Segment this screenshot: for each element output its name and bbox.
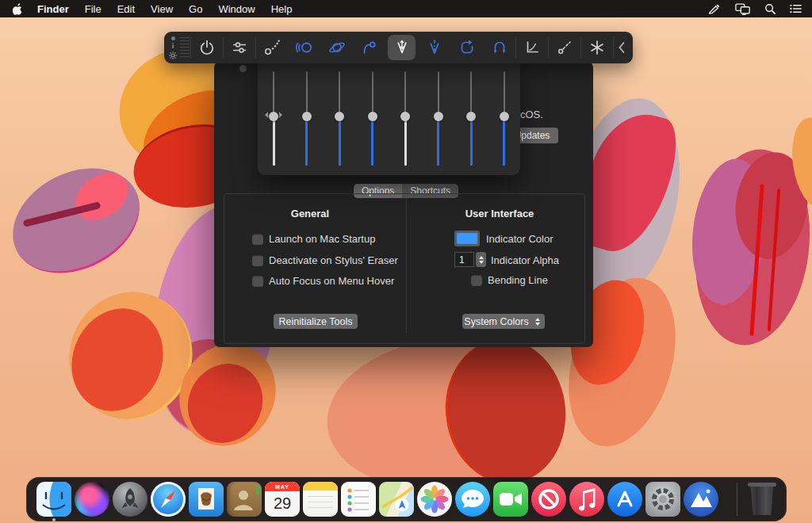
window-close-button[interactable]	[239, 65, 247, 72]
dock-item-calendar[interactable]: MAY 29	[265, 482, 300, 517]
checkbox-auto-focus[interactable]: Auto Focus on Menu Hover	[252, 275, 394, 287]
active-app-name[interactable]: Finder	[37, 3, 69, 15]
menu-list-icon[interactable]	[790, 3, 802, 14]
dock-item-maps[interactable]	[379, 482, 414, 517]
tool-arc-arrows[interactable]	[483, 32, 515, 63]
slider-arrow-left-icon	[262, 112, 268, 118]
tool-dashed-line[interactable]	[548, 32, 580, 63]
app-store-icon	[607, 482, 642, 517]
checkbox-box[interactable]	[252, 276, 263, 287]
slider-fill	[470, 116, 473, 166]
mail-icon	[189, 482, 224, 517]
tool-curve-node[interactable]	[353, 32, 385, 63]
dock-item-reminders[interactable]	[341, 482, 376, 517]
slider-thumb[interactable]	[302, 112, 312, 121]
slider-thumb[interactable]	[269, 112, 278, 121]
displays-status-icon[interactable]	[735, 3, 751, 15]
news-icon	[531, 482, 566, 517]
vertical-slider-6[interactable]	[433, 71, 444, 166]
indicator-color-well[interactable]	[454, 231, 480, 246]
indicator-alpha-stepper[interactable]	[476, 252, 486, 267]
lazy-circle-icon	[295, 38, 314, 57]
checkbox-bending-line[interactable]: Bending Line	[471, 274, 548, 286]
dock-item-finder[interactable]	[36, 482, 71, 517]
menu-item-edit[interactable]: Edit	[117, 3, 135, 15]
menu-item-window[interactable]: Window	[218, 3, 255, 15]
apple-menu[interactable]	[13, 3, 23, 15]
toolbar-collapse-button[interactable]	[613, 32, 630, 63]
dock-item-notes[interactable]	[303, 482, 338, 517]
vertical-slider-2[interactable]	[301, 71, 312, 166]
vertical-slider-7[interactable]	[465, 71, 477, 166]
loop-icon	[458, 38, 477, 57]
trash-icon	[749, 485, 775, 515]
menu-item-help[interactable]: Help	[271, 3, 293, 15]
tool-curve-axes[interactable]	[515, 32, 548, 63]
slider-thumb[interactable]	[434, 112, 443, 121]
tool-stabilizer[interactable]	[385, 32, 418, 63]
spotlight-search-icon[interactable]	[764, 3, 776, 15]
tool-stabilizer-dashed[interactable]	[418, 32, 450, 63]
dock-item-messages[interactable]	[455, 482, 490, 517]
stabilizer-pen-icon	[393, 38, 412, 57]
vertical-slider-4[interactable]	[367, 71, 378, 166]
tool-power[interactable]	[190, 32, 223, 63]
dock-item-music[interactable]	[569, 482, 604, 517]
indicator-alpha-field[interactable]: 1	[454, 252, 474, 267]
slider-thumb[interactable]	[500, 112, 509, 121]
dock-item-contacts[interactable]	[227, 482, 262, 517]
calendar-day: 29	[265, 491, 300, 515]
stylus-app-menu-icon[interactable]	[708, 3, 722, 15]
tool-replay-loop[interactable]	[450, 32, 483, 63]
slider-thumb[interactable]	[400, 112, 410, 121]
dock-item-mountain-app[interactable]	[684, 482, 718, 517]
dock-item-launchpad[interactable]	[113, 482, 147, 517]
dock-item-trash[interactable]	[748, 483, 776, 516]
toolbar-drag-handle[interactable]: i	[164, 32, 190, 63]
dock-item-facetime[interactable]	[493, 482, 528, 517]
vertical-slider-3[interactable]	[334, 71, 345, 166]
axes-icon	[523, 38, 542, 57]
calendar-icon: MAY 29	[265, 482, 300, 517]
menu-item-go[interactable]: Go	[189, 3, 202, 15]
checkbox-label: Bending Line	[488, 274, 548, 286]
dock-item-photos[interactable]	[417, 482, 452, 517]
tool-asterisk[interactable]	[580, 32, 613, 63]
dock-item-app-store[interactable]	[607, 482, 642, 517]
dock-item-news[interactable]	[531, 482, 566, 517]
vertical-slider-1[interactable]	[268, 71, 279, 166]
stepper-down-icon[interactable]	[479, 261, 484, 264]
tool-lazy-radius[interactable]	[288, 32, 320, 63]
gear-icon[interactable]	[169, 52, 177, 59]
slider-thumb[interactable]	[368, 112, 377, 121]
info-icon[interactable]: i	[172, 43, 174, 49]
calendar-month: MAY	[265, 482, 300, 491]
dashed-line-dot-icon	[555, 38, 574, 57]
notes-lines	[308, 496, 333, 510]
dock-item-safari[interactable]	[151, 482, 186, 517]
checkbox-box[interactable]	[471, 275, 482, 286]
tool-cursor-precision[interactable]	[255, 32, 288, 63]
checkbox-deactivate-eraser[interactable]: Deactivate on Stylus' Eraser	[252, 254, 398, 266]
dock-item-siri[interactable]	[75, 482, 109, 517]
launchpad-icon	[113, 482, 147, 517]
dock-item-system-preferences[interactable]	[645, 482, 680, 517]
reinitialize-tools-button[interactable]: Reinitialize Tools	[274, 314, 358, 329]
menu-item-view[interactable]: View	[151, 3, 173, 15]
grip-texture	[180, 37, 190, 58]
checkbox-box[interactable]	[252, 234, 263, 245]
slider-thumb[interactable]	[335, 112, 344, 121]
checkbox-launch-on-startup[interactable]: Launch on Mac Startup	[252, 233, 375, 245]
system-colors-dropdown[interactable]: System Colors	[462, 314, 545, 329]
slider-thumb[interactable]	[466, 112, 476, 121]
about-text-fragment: cOS.	[520, 109, 543, 120]
tool-settings-sliders[interactable]	[223, 32, 255, 63]
checkbox-box[interactable]	[252, 255, 263, 266]
vertical-slider-5[interactable]	[400, 71, 411, 166]
dock-item-mail[interactable]	[189, 482, 224, 517]
menu-item-file[interactable]: File	[85, 3, 102, 15]
stepper-up-icon[interactable]	[479, 256, 484, 259]
siri-icon	[75, 482, 109, 517]
vertical-slider-8[interactable]	[499, 71, 510, 166]
tool-orbit[interactable]	[320, 32, 353, 63]
